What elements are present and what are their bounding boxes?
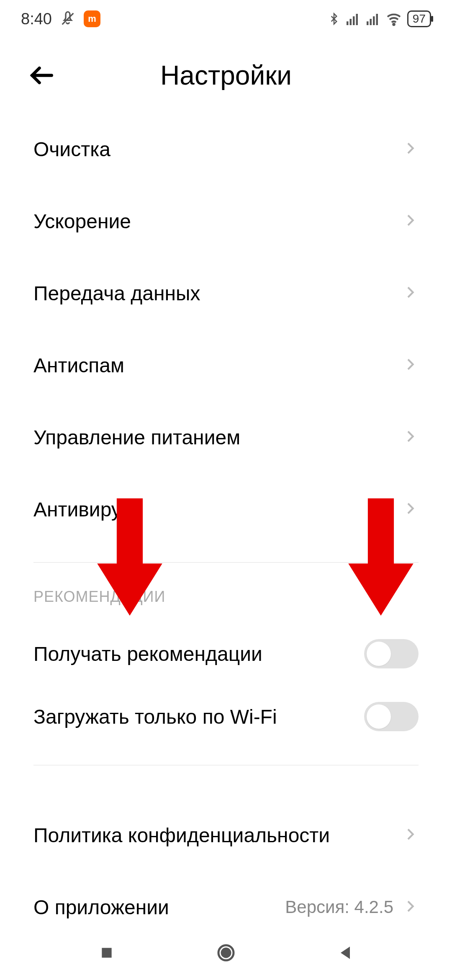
- divider: [33, 765, 419, 766]
- signal-icon: [345, 11, 360, 26]
- chevron-right-icon: [402, 356, 419, 374]
- toggle-item-wifi-only[interactable]: Загружать только по Wi-Fi: [33, 685, 419, 748]
- toggle-label: Загружать только по Wi-Fi: [33, 705, 277, 728]
- chevron-right-icon: [402, 284, 419, 302]
- app-notification-icon: m: [84, 10, 100, 27]
- section-header-recommendations: РЕКОМЕНДАЦИИ: [33, 588, 419, 606]
- menu-label: Ускорение: [33, 210, 131, 233]
- nav-home-button[interactable]: [213, 940, 239, 965]
- menu-label: Передача данных: [33, 282, 200, 305]
- svg-rect-6: [370, 19, 372, 25]
- menu-item-power[interactable]: Управление питанием: [33, 401, 419, 473]
- svg-rect-7: [373, 16, 375, 25]
- chevron-right-icon: [402, 140, 419, 158]
- chevron-right-icon: [402, 212, 419, 230]
- toggle-switch[interactable]: [364, 702, 419, 731]
- menu-label: Антивирус: [33, 498, 131, 521]
- page-title: Настройки: [160, 60, 292, 91]
- svg-rect-4: [356, 14, 358, 25]
- menu-item-antispam[interactable]: Антиспам: [33, 329, 419, 401]
- toggle-item-recommendations[interactable]: Получать рекомендации: [33, 622, 419, 685]
- bluetooth-icon: [328, 10, 340, 27]
- status-time: 8:40: [21, 10, 52, 28]
- toggle-switch[interactable]: [364, 639, 419, 668]
- svg-rect-2: [349, 19, 352, 25]
- menu-label: Антиспам: [33, 354, 124, 377]
- menu-item-privacy[interactable]: Политика конфиденциальности: [33, 799, 419, 871]
- nav-recent-button[interactable]: [94, 940, 119, 965]
- mute-icon: [59, 10, 76, 27]
- back-button[interactable]: [25, 59, 59, 92]
- divider: [33, 562, 419, 563]
- svg-line-0: [62, 13, 74, 25]
- menu-label: Политика конфиденциальности: [33, 824, 330, 847]
- svg-point-9: [393, 24, 394, 25]
- toggle-label: Получать рекомендации: [33, 642, 262, 665]
- version-text: Версия: 4.2.5: [285, 897, 393, 917]
- battery-indicator: 97: [407, 10, 431, 27]
- menu-label: Управление питанием: [33, 426, 240, 449]
- svg-rect-3: [353, 16, 355, 25]
- chevron-right-icon: [402, 428, 419, 446]
- menu-item-antivirus[interactable]: Антивирус: [33, 473, 419, 545]
- wifi-icon: [385, 10, 402, 27]
- nav-back-button[interactable]: [333, 940, 358, 965]
- menu-label: Очистка: [33, 138, 110, 161]
- app-header: Настройки: [0, 38, 452, 113]
- svg-rect-8: [376, 14, 378, 25]
- status-bar: 8:40 m 97: [0, 0, 452, 38]
- menu-item-data-transfer[interactable]: Передача данных: [33, 257, 419, 329]
- menu-item-boost[interactable]: Ускорение: [33, 185, 419, 257]
- chevron-right-icon: [402, 826, 419, 844]
- menu-item-cleanup[interactable]: Очистка: [33, 113, 419, 185]
- chevron-right-icon: [402, 898, 419, 916]
- system-nav-bar: [0, 926, 452, 980]
- svg-rect-5: [367, 21, 369, 25]
- menu-label: О приложении: [33, 896, 169, 919]
- svg-rect-1: [347, 21, 349, 25]
- signal-icon-2: [365, 11, 380, 26]
- settings-list: Очистка Ускорение Передача данных Антисп…: [0, 113, 452, 943]
- chevron-right-icon: [402, 500, 419, 518]
- svg-point-13: [222, 949, 230, 957]
- svg-rect-11: [102, 948, 111, 957]
